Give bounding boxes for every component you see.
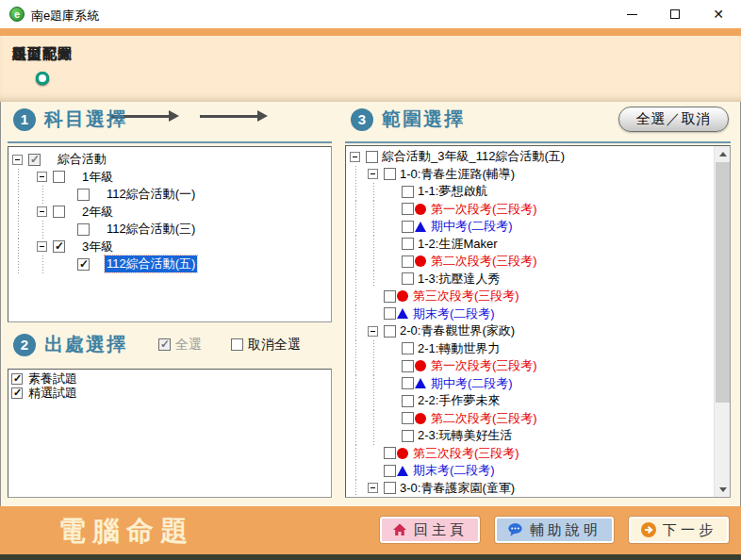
checkbox[interactable]	[77, 258, 90, 271]
checkbox[interactable]	[384, 465, 396, 477]
checkbox[interactable]	[77, 223, 90, 236]
scrollbar[interactable]	[714, 146, 730, 497]
tree-row[interactable]: 期中考(二段考)	[346, 218, 714, 236]
tree-row-label[interactable]: 期末考(二段考)	[411, 305, 497, 322]
checkbox[interactable]	[53, 206, 65, 218]
checkbox[interactable]	[402, 342, 414, 354]
tree-row-label[interactable]: 2-2:手作夢未來	[416, 392, 502, 409]
collapse-icon[interactable]	[37, 172, 47, 182]
tree-row-label[interactable]: 1-3:抗壓達人秀	[416, 271, 502, 288]
checkbox[interactable]	[402, 203, 414, 215]
tree-row[interactable]: 期中考(二段考)	[346, 375, 714, 393]
checkbox[interactable]	[53, 240, 65, 253]
checkbox[interactable]	[402, 238, 414, 250]
tree-row[interactable]: 3-0:青春護家園(童軍)	[346, 480, 714, 498]
tree-row-label[interactable]: 第二次段考(三段考)	[429, 253, 539, 270]
collapse-icon[interactable]	[37, 241, 47, 252]
collapse-icon[interactable]	[368, 326, 378, 337]
checkbox[interactable]	[53, 171, 65, 183]
list-item[interactable]: 精選試題	[8, 387, 331, 402]
checkbox[interactable]	[384, 290, 396, 303]
scroll-down-icon[interactable]	[715, 482, 731, 497]
tree-row-label[interactable]: 第三次段考(三段考)	[411, 288, 521, 305]
collapse-icon[interactable]	[368, 169, 378, 179]
tree-row[interactable]: 期末考(二段考)	[346, 462, 714, 480]
tree-row[interactable]: 第二次段考(三段考)	[346, 253, 714, 271]
tree-row-label[interactable]: 112綜合活動(五)	[105, 255, 197, 272]
tree-row[interactable]: 3年級	[8, 239, 331, 256]
tree-row-label[interactable]: 綜合活動	[56, 151, 108, 168]
tree-row-label[interactable]: 期末考(二段考)	[411, 462, 497, 479]
tree-row[interactable]: 112綜合活動(一)	[8, 186, 331, 204]
select-all-checkbox[interactable]	[158, 338, 171, 351]
collapse-icon[interactable]	[350, 152, 360, 162]
tree-row[interactable]: 期末考(二段考)	[346, 305, 714, 323]
tree-row-label[interactable]: 第一次段考(三段考)	[429, 201, 539, 218]
tree-row-label[interactable]: 1-0:青春生涯路(輔導)	[398, 166, 517, 183]
tree-row-label[interactable]: 綜合活動_3年級_112綜合活動(五)	[380, 148, 567, 165]
tree-row[interactable]: 綜合活動	[8, 151, 331, 169]
checkbox[interactable]	[402, 430, 414, 442]
tree-row-label[interactable]: 3-0:青春護家園(童軍)	[398, 480, 517, 497]
tree-row[interactable]: 1年級	[8, 169, 331, 187]
select-toggle-button[interactable]: 全選／取消	[618, 107, 729, 132]
collapse-icon[interactable]	[368, 483, 378, 493]
checkbox[interactable]	[384, 307, 396, 320]
checkbox[interactable]	[402, 377, 414, 389]
tree-row-label[interactable]: 期中考(二段考)	[429, 375, 515, 392]
tree-row-label[interactable]: 第二次段考(三段考)	[429, 410, 539, 427]
checkbox[interactable]	[402, 186, 414, 198]
checkbox[interactable]	[402, 412, 414, 424]
collapse-icon[interactable]	[12, 155, 23, 165]
deselect-all-checkbox[interactable]	[231, 338, 243, 351]
tree-row[interactable]: 1-1:夢想啟航	[346, 183, 714, 201]
home-button[interactable]: 回主頁	[380, 517, 480, 543]
maximize-button[interactable]	[653, 0, 697, 28]
minimize-button[interactable]	[610, 0, 653, 28]
tree-row[interactable]: 1-0:青春生涯路(輔導)	[346, 166, 714, 184]
tree-row[interactable]: 2-3:玩轉美好生活	[346, 427, 714, 445]
scrollbar-thumb[interactable]	[716, 162, 730, 403]
tree-row-label[interactable]: 第三次段考(三段考)	[411, 445, 521, 462]
scroll-up-icon[interactable]	[715, 146, 731, 161]
tree-row[interactable]: 第三次段考(三段考)	[346, 445, 714, 463]
checkbox[interactable]	[11, 387, 23, 399]
tree-row[interactable]: 1-3:抗壓達人秀	[346, 271, 714, 288]
tree-row[interactable]: 1-2:生涯Maker	[346, 236, 714, 254]
checkbox[interactable]	[402, 221, 414, 233]
tree-row-label[interactable]: 2-3:玩轉美好生活	[416, 427, 514, 444]
help-button[interactable]: 輔助說明	[495, 517, 614, 543]
collapse-icon[interactable]	[37, 206, 47, 217]
tree-row-label[interactable]: 1年級	[80, 169, 115, 186]
tree-row-label[interactable]: 期中考(二段考)	[429, 218, 515, 235]
checkbox[interactable]	[11, 373, 23, 385]
checkbox[interactable]	[402, 395, 414, 407]
tree-row[interactable]: 綜合活動_3年級_112綜合活動(五)	[346, 148, 714, 166]
stepper-step[interactable]: 版面配置	[0, 45, 85, 85]
tree-row[interactable]: 112綜合活動(三)	[8, 221, 331, 239]
tree-row[interactable]: 2年級	[8, 204, 331, 222]
tree-row-label[interactable]: 第一次段考(三段考)	[429, 357, 539, 374]
tree-row[interactable]: 2-0:青春觀世界(家政)	[346, 322, 714, 340]
tree-row-label[interactable]: 112綜合活動(一)	[105, 186, 197, 203]
tree-row-label[interactable]: 112綜合活動(三)	[105, 221, 197, 238]
checkbox[interactable]	[384, 447, 396, 459]
tree-row-label[interactable]: 1-2:生涯Maker	[416, 236, 500, 253]
tree-row-label[interactable]: 3年級	[80, 239, 115, 255]
checkbox[interactable]	[384, 482, 396, 494]
checkbox[interactable]	[384, 325, 396, 338]
tree-row[interactable]: 第三次段考(三段考)	[346, 288, 714, 305]
checkbox[interactable]	[402, 360, 414, 372]
checkbox[interactable]	[402, 255, 414, 268]
tree-row[interactable]: 第一次段考(三段考)	[346, 357, 714, 375]
checkbox[interactable]	[366, 151, 378, 163]
tree-row[interactable]: 2-2:手作夢未來	[346, 392, 714, 410]
tree-row[interactable]: 2-1:轉動世界力	[346, 340, 714, 358]
tree-row-label[interactable]: 1-1:夢想啟航	[416, 183, 489, 200]
next-button[interactable]: 下一步	[629, 517, 729, 543]
tree-row-label[interactable]: 2-1:轉動世界力	[416, 340, 502, 357]
tree-row-label[interactable]: 2年級	[80, 204, 115, 221]
tree-row-label[interactable]: 2-0:青春觀世界(家政)	[398, 322, 517, 339]
list-item[interactable]: 素養試題	[8, 371, 331, 387]
checkbox[interactable]	[384, 168, 396, 180]
